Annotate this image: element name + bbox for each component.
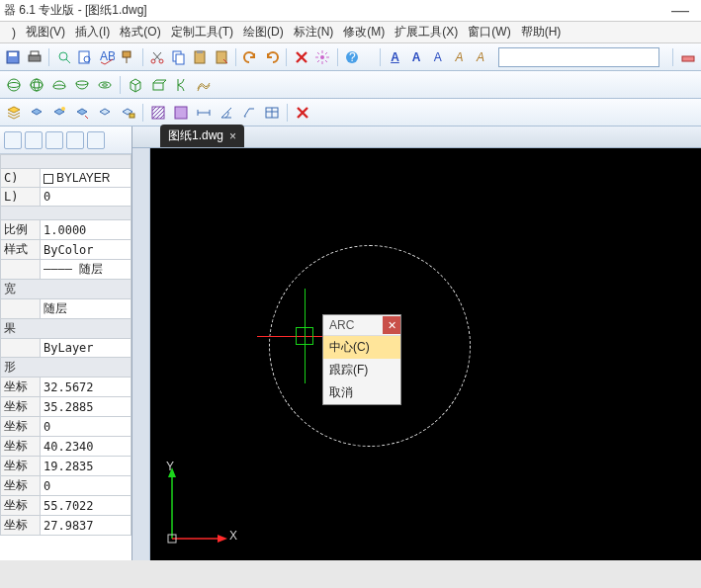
prop-label: 坐标 — [1, 516, 41, 536]
extrude-icon[interactable] — [148, 75, 168, 95]
svg-point-37 — [99, 82, 111, 88]
context-menu-item-center[interactable]: 中心(C) — [323, 336, 400, 359]
layer-tool-icon[interactable] — [678, 47, 697, 67]
menu-item-draw[interactable]: 绘图(D) — [239, 22, 288, 42]
minimize-button[interactable]: — — [663, 0, 697, 21]
prop-value-linetype[interactable]: ———— 随层 — [41, 260, 131, 280]
panel-btn-1[interactable] — [4, 131, 22, 149]
prop-value-style[interactable]: ByColor — [41, 240, 131, 260]
svg-rect-48 — [175, 107, 187, 119]
prop-value-scale[interactable]: 1.0000 — [41, 220, 131, 240]
svg-line-23 — [317, 52, 319, 54]
text-style-a4[interactable]: A — [450, 47, 469, 67]
box-icon[interactable] — [126, 75, 145, 95]
menu-item-view[interactable]: 视图(V) — [22, 22, 69, 42]
paste-special-icon[interactable] — [213, 47, 231, 67]
context-menu-item-track[interactable]: 跟踪(F) — [323, 359, 400, 381]
paint-icon[interactable] — [119, 47, 137, 67]
menu-item-format[interactable]: 格式(O) — [116, 22, 164, 42]
panel-btn-4[interactable] — [66, 131, 84, 149]
menu-item-extend-tools[interactable]: 扩展工具(X) — [391, 22, 462, 42]
menu-item-custom-tools[interactable]: 定制工具(T) — [167, 22, 237, 42]
layer-on-icon[interactable] — [49, 103, 69, 123]
context-menu-close-icon[interactable]: ✕ — [383, 316, 400, 334]
gradient-icon[interactable] — [171, 103, 191, 123]
menu-bar: ) 视图(V) 插入(I) 格式(O) 定制工具(T) 绘图(D) 标注(N) … — [0, 22, 701, 43]
prop-value-layer[interactable]: 0 — [41, 188, 131, 207]
globe-icon[interactable] — [27, 75, 46, 95]
layer-off-icon[interactable] — [27, 103, 46, 123]
dome-icon[interactable] — [49, 75, 69, 95]
delete-icon[interactable] — [292, 47, 310, 67]
burst-icon[interactable] — [313, 47, 332, 67]
toolbar-1: ABC ? A A A A A — [0, 43, 701, 71]
redo-icon[interactable] — [263, 47, 282, 67]
drawing-viewport[interactable]: ARC ✕ 中心(C) 跟踪(F) 取消 Y X — [150, 148, 701, 560]
document-tab-active[interactable]: 图纸1.dwg × — [160, 125, 244, 147]
svg-point-40 — [61, 107, 65, 111]
dim-angular-icon[interactable] — [217, 103, 236, 123]
cut-icon[interactable] — [148, 47, 167, 67]
prop-value-coord[interactable]: 27.9837 — [41, 516, 131, 536]
prop-value-coord[interactable]: 40.2340 — [41, 437, 131, 457]
canvas-area: 图纸1.dwg × ARC ✕ 中心(C) 跟 — [132, 126, 701, 560]
find-icon[interactable] — [76, 47, 95, 67]
text-style-a3[interactable]: A — [428, 47, 447, 67]
tab-close-icon[interactable]: × — [229, 129, 236, 143]
svg-text:?: ? — [349, 50, 356, 64]
svg-rect-14 — [176, 54, 184, 64]
paste-icon[interactable] — [191, 47, 210, 67]
menu-item-help[interactable]: 帮助(H) — [517, 22, 566, 42]
panel-btn-2[interactable] — [25, 131, 43, 149]
menu-item[interactable]: ) — [8, 24, 20, 42]
print-icon[interactable] — [26, 47, 44, 67]
layers-icon[interactable] — [4, 103, 24, 123]
prop-value-coord[interactable]: 35.2885 — [41, 397, 131, 417]
preview-icon[interactable] — [54, 47, 73, 67]
prop-value-lineweight[interactable]: 随层 — [41, 299, 131, 319]
save-icon[interactable] — [4, 47, 23, 67]
torus-icon[interactable] — [95, 75, 115, 95]
svg-line-24 — [325, 60, 327, 62]
text-style-a1[interactable]: A — [386, 47, 404, 67]
prop-value-coord[interactable]: 0 — [41, 476, 131, 496]
svg-point-36 — [76, 81, 88, 85]
prop-value-coord[interactable]: 0 — [41, 417, 131, 437]
menu-item-modify[interactable]: 修改(M) — [339, 22, 389, 42]
mesh-icon[interactable] — [194, 75, 214, 95]
viewport-gutter — [132, 148, 150, 560]
layer-iso-icon[interactable] — [72, 103, 92, 123]
leader-icon[interactable] — [239, 103, 259, 123]
undo-icon[interactable] — [241, 47, 260, 67]
revolve-icon[interactable] — [171, 75, 191, 95]
text-style-a5[interactable]: A — [472, 47, 490, 67]
sphere-wire-icon[interactable] — [4, 75, 24, 95]
menu-item-insert[interactable]: 插入(I) — [71, 22, 114, 42]
menu-item-annotate[interactable]: 标注(N) — [290, 22, 338, 42]
layer-freeze-icon[interactable] — [95, 103, 115, 123]
menu-item-window[interactable]: 窗口(W) — [464, 22, 514, 42]
table-icon[interactable] — [262, 103, 282, 123]
context-menu-item-cancel[interactable]: 取消 — [323, 381, 400, 404]
style-combo[interactable] — [498, 47, 659, 67]
prop-value-coord[interactable]: 19.2835 — [41, 457, 131, 476]
hatch-icon[interactable] — [148, 103, 168, 123]
bowl-icon[interactable] — [72, 75, 92, 95]
prop-value-color[interactable]: BYLAYER — [41, 169, 131, 188]
spell-icon[interactable]: ABC — [97, 47, 116, 67]
prop-value-effect[interactable]: ByLayer — [41, 339, 131, 358]
dim-linear-icon[interactable] — [194, 103, 214, 123]
title-text: 器 6.1 专业版 - [图纸1.dwg] — [4, 2, 147, 19]
prop-value-coord[interactable]: 55.7022 — [41, 496, 131, 516]
copy-icon[interactable] — [169, 47, 188, 67]
prop-section-effect: 果 — [1, 319, 131, 339]
text-style-a2[interactable]: A — [407, 47, 426, 67]
tab-label: 图纸1.dwg — [168, 127, 223, 144]
help-icon[interactable]: ? — [343, 47, 362, 67]
prop-label: 样式 — [1, 240, 41, 260]
layer-lock-icon[interactable] — [118, 103, 137, 123]
panel-btn-3[interactable] — [45, 131, 63, 149]
prop-value-coord[interactable]: 32.5672 — [41, 378, 131, 397]
panel-btn-5[interactable] — [87, 131, 105, 149]
erase-x-icon[interactable] — [293, 103, 312, 123]
